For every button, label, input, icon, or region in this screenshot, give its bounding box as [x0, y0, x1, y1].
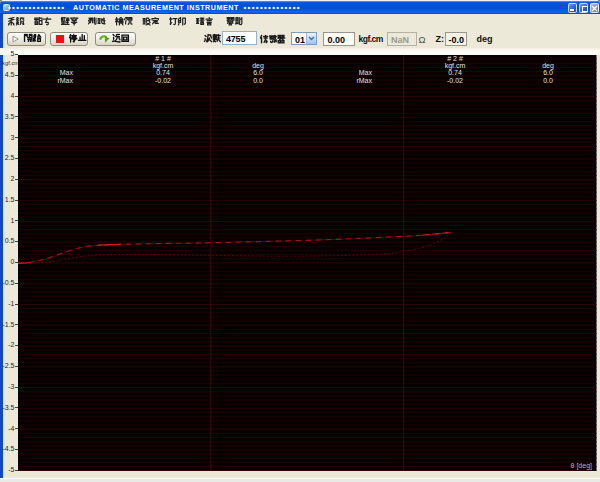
svg-text:6.0: 6.0: [543, 69, 553, 76]
svg-text:0.0: 0.0: [543, 76, 553, 83]
svg-text:Max: Max: [60, 69, 74, 76]
svg-text:θ [deg]: θ [deg]: [571, 461, 592, 469]
svg-text:-0.02: -0.02: [155, 76, 171, 83]
svg-text:rMax: rMax: [356, 76, 372, 83]
svg-text:0.0: 0.0: [253, 76, 263, 83]
svg-text:0.74: 0.74: [156, 69, 170, 76]
svg-text:-0.02: -0.02: [447, 76, 463, 83]
svg-text:Max: Max: [359, 69, 373, 76]
svg-text:rMax: rMax: [57, 76, 73, 83]
svg-text:# 1 #: # 1 #: [155, 55, 171, 62]
svg-text:# 2 #: # 2 #: [447, 55, 463, 62]
svg-text:6.0: 6.0: [253, 69, 263, 76]
svg-text:0.74: 0.74: [448, 69, 462, 76]
